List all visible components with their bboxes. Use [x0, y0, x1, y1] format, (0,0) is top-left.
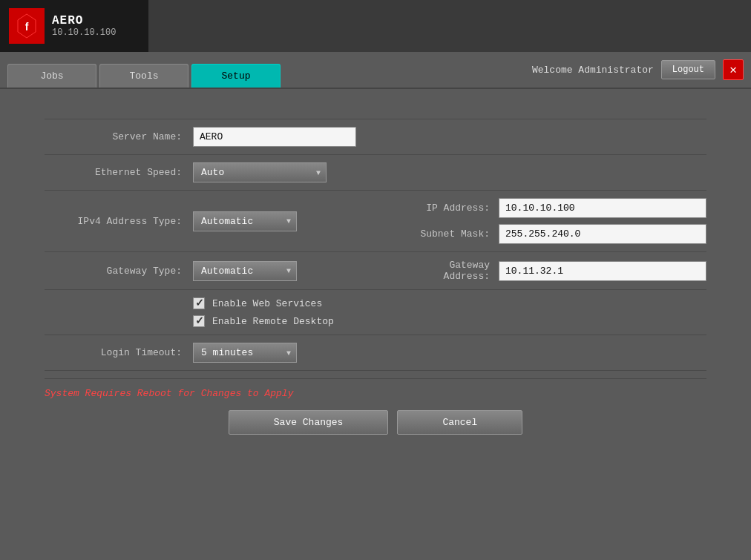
- cancel-button[interactable]: Cancel: [397, 410, 522, 435]
- close-button[interactable]: ✕: [723, 59, 744, 80]
- form-section: Server Name: Ethernet Speed: Auto 10 Mbp…: [45, 119, 706, 371]
- bottom-section: System Requires Reboot for Changes to Ap…: [45, 378, 706, 435]
- gateway-right: Gateway Address:: [402, 260, 706, 282]
- tab-setup[interactable]: Setup: [191, 64, 281, 88]
- ethernet-speed-row: Ethernet Speed: Auto 10 Mbps 100 Mbps 1 …: [45, 155, 706, 191]
- web-services-label: Enable Web Services: [212, 298, 322, 309]
- ip-address-input[interactable]: [499, 198, 706, 218]
- ethernet-speed-control: Auto 10 Mbps 100 Mbps 1 Gbps: [193, 162, 327, 182]
- subnet-mask-input[interactable]: [499, 224, 706, 244]
- main-content: Server Name: Ethernet Speed: Auto 10 Mbp…: [0, 89, 751, 449]
- button-row: Save Changes Cancel: [45, 410, 706, 435]
- ipv4-type-select[interactable]: Automatic Manual: [193, 211, 297, 231]
- nav-bar: Jobs Tools Setup Welcome Administrator L…: [0, 52, 751, 89]
- save-changes-button[interactable]: Save Changes: [229, 410, 389, 435]
- checkboxes-row: Enable Web Services Enable Remote Deskto…: [45, 290, 706, 335]
- login-timeout-label: Login Timeout:: [45, 347, 193, 358]
- server-name-label: Server Name:: [45, 131, 193, 142]
- welcome-text: Welcome Administrator: [532, 65, 654, 76]
- server-name-control: [193, 127, 356, 147]
- ethernet-speed-select[interactable]: Auto 10 Mbps 100 Mbps 1 Gbps: [193, 162, 327, 182]
- remote-desktop-item: Enable Remote Desktop: [193, 315, 334, 327]
- ipv4-left: IPv4 Address Type: Automatic Manual: [45, 211, 387, 231]
- web-services-checkbox[interactable]: [193, 297, 205, 309]
- header-banner: [148, 0, 751, 52]
- checkbox-area: Enable Web Services Enable Remote Deskto…: [45, 297, 334, 327]
- gateway-type-wrapper: Automatic Manual: [193, 261, 297, 281]
- logo-text: AERO 10.10.10.100: [52, 14, 116, 38]
- web-services-item: Enable Web Services: [193, 297, 334, 309]
- subnet-mask-field: Subnet Mask:: [402, 224, 706, 244]
- server-name-row: Server Name:: [45, 119, 706, 155]
- ipv4-type-wrapper: Automatic Manual: [193, 211, 297, 231]
- welcome-area: Welcome Administrator Logout ✕: [532, 59, 744, 80]
- ethernet-speed-label: Ethernet Speed:: [45, 167, 193, 178]
- ipv4-right: IP Address: Subnet Mask:: [402, 198, 706, 244]
- login-timeout-row: Login Timeout: 1 minute 5 minutes 15 min…: [45, 335, 706, 371]
- gateway-address-field: Gateway Address:: [402, 260, 706, 282]
- server-ip: 10.10.10.100: [52, 27, 116, 38]
- remote-desktop-label: Enable Remote Desktop: [212, 316, 334, 327]
- header: f AERO 10.10.10.100: [0, 0, 751, 52]
- reboot-warning: System Requires Reboot for Changes to Ap…: [45, 388, 706, 399]
- logout-button[interactable]: Logout: [661, 60, 715, 79]
- gateway-type-select[interactable]: Automatic Manual: [193, 261, 297, 281]
- ip-address-field: IP Address:: [402, 198, 706, 218]
- gateway-type-label: Gateway Type:: [45, 266, 193, 277]
- gateway-row: Gateway Type: Automatic Manual Gateway A…: [45, 252, 706, 290]
- svg-text:f: f: [25, 21, 29, 33]
- ethernet-speed-wrapper: Auto 10 Mbps 100 Mbps 1 Gbps: [193, 162, 327, 182]
- tab-jobs[interactable]: Jobs: [7, 64, 96, 88]
- logo-area: f AERO 10.10.10.100: [0, 0, 148, 52]
- app-title: AERO: [52, 14, 116, 27]
- fiery-logo: f: [9, 8, 45, 44]
- server-name-input[interactable]: [193, 127, 356, 147]
- gateway-address-label: Gateway Address:: [402, 260, 499, 282]
- ipv4-row: IPv4 Address Type: Automatic Manual IP A…: [45, 191, 706, 252]
- login-timeout-wrapper: 1 minute 5 minutes 15 minutes 30 minutes…: [193, 343, 297, 363]
- remote-desktop-checkbox[interactable]: [193, 315, 205, 327]
- tab-tools[interactable]: Tools: [99, 64, 188, 88]
- login-timeout-select[interactable]: 1 minute 5 minutes 15 minutes 30 minutes…: [193, 343, 297, 363]
- subnet-mask-label: Subnet Mask:: [402, 228, 499, 240]
- ip-address-label: IP Address:: [402, 202, 499, 214]
- ipv4-type-label: IPv4 Address Type:: [45, 216, 193, 227]
- gateway-left: Gateway Type: Automatic Manual: [45, 261, 387, 281]
- gateway-address-input[interactable]: [499, 261, 706, 281]
- login-timeout-control: 1 minute 5 minutes 15 minutes 30 minutes…: [193, 343, 297, 363]
